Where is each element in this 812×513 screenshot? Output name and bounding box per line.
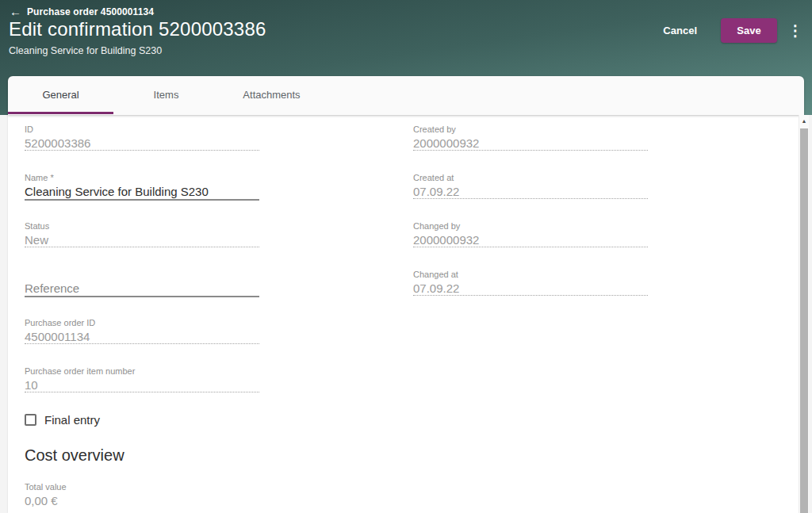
header-actions: Cancel Save ⋮ [653, 17, 806, 43]
page-subtitle: Cleaning Service for Building S230 [9, 45, 162, 56]
field-name-label: Name * [25, 173, 259, 182]
back-link-label[interactable]: Purchase order 4500001134 [27, 6, 154, 17]
tab-items-label: Items [154, 89, 179, 101]
field-id: ID 5200003386 [25, 124, 259, 151]
name-input[interactable] [25, 184, 259, 201]
final-entry-row[interactable]: Final entry [25, 413, 100, 427]
field-created-at: Created at 07.09.22 [413, 173, 648, 199]
field-created-at-value: 07.09.22 [413, 185, 648, 199]
field-purchase-order-id: Purchase order ID 4500001134 [25, 318, 259, 344]
field-changed-by-label: Changed by [413, 221, 648, 231]
field-status: Status New [25, 221, 259, 247]
field-purchase-order-id-value: 4500001134 [25, 330, 259, 344]
tab-bar: General Items Attachments [8, 76, 804, 115]
field-name: Name * [25, 173, 259, 201]
save-button[interactable]: Save [721, 18, 777, 43]
field-purchase-order-item-number: Purchase order item number 10 [25, 366, 259, 392]
general-form-panel: ID 5200003386 Name * Status New Purchase… [8, 115, 804, 513]
tab-attachments-label: Attachments [243, 89, 300, 101]
tab-attachments[interactable]: Attachments [219, 76, 324, 114]
field-changed-at-value: 07.09.22 [413, 281, 648, 296]
field-id-label: ID [25, 124, 259, 134]
field-changed-by-value: 2000000932 [413, 233, 648, 247]
field-reference [25, 270, 259, 297]
scroll-up-icon[interactable]: ▲ [799, 115, 809, 128]
field-created-by-label: Created by [413, 124, 648, 134]
tab-items[interactable]: Items [113, 76, 219, 114]
field-total-value: Total value 0,00 € [25, 482, 259, 508]
field-purchase-order-item-number-value: 10 [25, 378, 259, 392]
field-created-by: Created by 2000000932 [413, 124, 648, 151]
back-arrow-icon[interactable]: ← [10, 6, 21, 17]
overflow-menu-icon[interactable]: ⋮ [787, 23, 804, 38]
vertical-scrollbar[interactable]: ▲ [799, 115, 809, 513]
field-total-value-value: 0,00 € [25, 494, 259, 508]
final-entry-label: Final entry [44, 413, 100, 427]
field-purchase-order-id-label: Purchase order ID [25, 318, 259, 327]
active-tab-indicator [8, 112, 113, 114]
tab-general-label: General [42, 89, 79, 101]
field-changed-at: Changed at 07.09.22 [413, 270, 648, 296]
scrollbar-thumb[interactable] [800, 128, 808, 513]
cost-overview-heading: Cost overview [25, 446, 124, 465]
tab-general[interactable]: General [8, 76, 113, 114]
page-title: Edit confirmation 5200003386 [9, 18, 266, 40]
field-created-by-value: 2000000932 [413, 136, 648, 151]
field-changed-by: Changed by 2000000932 [413, 221, 648, 247]
field-total-value-label: Total value [25, 482, 259, 492]
field-changed-at-label: Changed at [413, 270, 648, 279]
back-link[interactable]: ← Purchase order 4500001134 [10, 6, 154, 17]
reference-input[interactable] [25, 281, 259, 297]
field-created-at-label: Created at [413, 173, 648, 182]
field-status-label: Status [25, 221, 259, 231]
final-entry-checkbox[interactable] [25, 414, 36, 426]
field-status-value: New [25, 233, 259, 247]
cancel-button[interactable]: Cancel [653, 25, 707, 36]
field-id-value: 5200003386 [25, 136, 259, 151]
field-reference-label [25, 270, 259, 279]
field-purchase-order-item-number-label: Purchase order item number [25, 366, 259, 376]
